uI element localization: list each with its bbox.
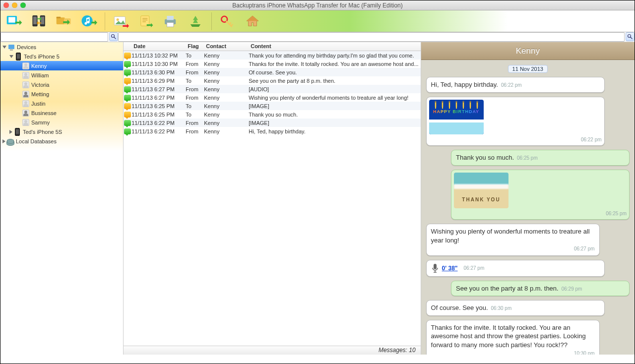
print-button[interactable] bbox=[161, 12, 181, 30]
chat-bubble-in[interactable]: 0' 38"06:27 pm bbox=[426, 260, 605, 277]
tree-label: Local Databases bbox=[16, 138, 57, 144]
message-icon bbox=[124, 103, 131, 109]
cell-flag: From bbox=[186, 69, 204, 75]
image-attachment[interactable]: HAPPY BIRTHDAY bbox=[429, 100, 484, 134]
cell-flag: From bbox=[186, 86, 204, 92]
cell-contact: Kenny bbox=[204, 86, 249, 92]
key-button[interactable] bbox=[218, 12, 238, 30]
svg-rect-15 bbox=[167, 22, 174, 27]
bubble-timestamp: 06:27 pm bbox=[464, 265, 485, 272]
sidebar-contact-william[interactable]: William bbox=[0, 70, 123, 80]
cell-date: 11/11/13 6:29 PM bbox=[131, 78, 186, 84]
cell-date: 11/11/13 10:30 PM bbox=[131, 61, 186, 67]
cell-content: [IMAGE] bbox=[249, 103, 420, 109]
svg-rect-19 bbox=[8, 45, 14, 49]
home-button[interactable] bbox=[243, 12, 262, 30]
audio-link[interactable]: 0' 38" bbox=[442, 264, 458, 272]
cell-flag: From bbox=[186, 61, 204, 67]
chat-body[interactable]: 11 Nov 2013 Hi, Ted, happy birthday.06:2… bbox=[421, 60, 635, 355]
message-table-header: Date Flag Contact Content bbox=[124, 42, 420, 51]
device-transfer-button[interactable] bbox=[4, 12, 24, 30]
tree-label: Ted's iPhone 5S bbox=[23, 129, 62, 135]
tree-label: Devices bbox=[17, 44, 36, 50]
messages-search-input[interactable] bbox=[118, 32, 625, 42]
folder-transfer-button[interactable] bbox=[54, 12, 74, 30]
svg-rect-7 bbox=[57, 16, 61, 18]
messages-search-button[interactable] bbox=[626, 32, 635, 41]
cell-contact: Kenny bbox=[204, 103, 249, 109]
chat-bubble-in[interactable]: Thanks for the invite. It totally rocked… bbox=[426, 320, 600, 355]
sidebar-search-button[interactable] bbox=[109, 32, 118, 41]
tree-device-2[interactable]: Ted's iPhone 5S bbox=[0, 127, 123, 136]
table-row[interactable]: 11/11/13 6:30 PMFromKennyOf course. See … bbox=[124, 68, 420, 76]
message-icon bbox=[124, 86, 131, 92]
table-row[interactable]: 11/11/13 6:22 PMFromKennyHi, Ted, happy … bbox=[124, 127, 420, 135]
disclosure-icon[interactable] bbox=[9, 55, 13, 58]
disclosure-icon[interactable] bbox=[2, 139, 5, 143]
sidebar-search-input[interactable] bbox=[0, 32, 108, 42]
col-content[interactable]: Content bbox=[249, 42, 420, 51]
phone-icon bbox=[15, 53, 22, 60]
phone-icon bbox=[14, 128, 21, 135]
phone-sync-button[interactable] bbox=[29, 12, 49, 30]
person-icon bbox=[22, 62, 29, 69]
message-table-panel: Date Flag Contact Content 11/11/13 10:32… bbox=[124, 42, 421, 355]
chat-bubble-in[interactable]: HAPPY BIRTHDAY06:22 pm bbox=[426, 97, 605, 146]
tree-local-db[interactable]: Local Databases bbox=[0, 136, 123, 146]
sidebar-contact-victoria[interactable]: Victoria bbox=[0, 80, 123, 89]
bubble-timestamp: 06:27 pm bbox=[431, 245, 595, 252]
disclosure-icon[interactable] bbox=[2, 46, 6, 49]
svg-rect-6 bbox=[57, 17, 65, 24]
col-date[interactable]: Date bbox=[124, 42, 186, 51]
cell-contact: Kenny bbox=[204, 95, 249, 101]
person-icon bbox=[22, 119, 29, 126]
sidebar-contact-businesse[interactable]: Businesse bbox=[0, 108, 123, 118]
sidebar-contact-metting[interactable]: Metting bbox=[0, 89, 123, 99]
cell-content: Of course. See you. bbox=[249, 69, 420, 75]
disclosure-icon[interactable] bbox=[9, 130, 12, 134]
chat-bubble-out[interactable]: THANK YOU06:25 pm bbox=[451, 170, 630, 220]
image-attachment[interactable]: THANK YOU bbox=[454, 173, 508, 208]
bubble-text: See you on the party at 8 p.m. then. bbox=[456, 285, 559, 292]
col-contact[interactable]: Contact bbox=[204, 42, 249, 51]
cell-flag: To bbox=[186, 103, 204, 109]
table-row[interactable]: 11/11/13 6:27 PMFromKenny[AUDIO] bbox=[124, 85, 420, 93]
contact-label: Justin bbox=[31, 101, 46, 107]
chat-bubble-out[interactable]: See you on the party at 8 p.m. then.06:2… bbox=[451, 281, 630, 297]
chat-bubble-out[interactable]: Thank you so much.06:25 pm bbox=[451, 150, 630, 166]
chat-bubble-in[interactable]: Of course. See you.06:30 pm bbox=[426, 300, 605, 316]
music-transfer-button[interactable] bbox=[79, 12, 99, 30]
contact-label: Kenny bbox=[31, 63, 47, 69]
message-table-body[interactable]: 11/11/13 10:32 PMToKennyThank you for at… bbox=[124, 51, 420, 346]
tree-device-1[interactable]: Ted's iPhone 5 bbox=[0, 52, 123, 61]
person-icon bbox=[22, 72, 29, 79]
tree-root-devices[interactable]: Devices bbox=[0, 42, 123, 52]
table-row[interactable]: 11/11/13 6:25 PMToKennyThank you so much… bbox=[124, 110, 420, 119]
table-row[interactable]: 11/11/13 6:29 PMToKennySee you on the pa… bbox=[124, 76, 420, 85]
cell-flag: From bbox=[186, 128, 204, 134]
photo-export-button[interactable] bbox=[111, 12, 131, 30]
sidebar-contact-kenny[interactable]: Kenny bbox=[0, 61, 123, 70]
cell-content: Thanks for the invite. It totally rocked… bbox=[249, 61, 420, 67]
cell-contact: Kenny bbox=[204, 78, 249, 84]
table-row[interactable]: 11/11/13 6:22 PMFromKenny[IMAGE] bbox=[124, 119, 420, 127]
svg-point-18 bbox=[628, 35, 631, 38]
col-flag[interactable]: Flag bbox=[186, 42, 204, 51]
note-export-button[interactable] bbox=[136, 12, 156, 30]
chat-bubble-in[interactable]: Hi, Ted, happy birthday.06:22 pm bbox=[426, 77, 605, 93]
recycle-button[interactable] bbox=[186, 12, 205, 30]
table-row[interactable]: 11/11/13 10:32 PMToKennyThank you for at… bbox=[124, 51, 420, 60]
bubble-text: Of course. See you. bbox=[431, 304, 488, 311]
sidebar[interactable]: Devices Ted's iPhone 5 KennyWilliamVicto… bbox=[0, 42, 124, 355]
chat-bubble-in[interactable]: Wishing you plenty of wonderful moments … bbox=[426, 224, 600, 256]
table-row[interactable]: 11/11/13 6:25 PMToKenny[IMAGE] bbox=[124, 102, 420, 110]
cell-date: 11/11/13 6:27 PM bbox=[131, 86, 186, 92]
tree-label: Ted's iPhone 5 bbox=[24, 54, 60, 60]
sidebar-contact-sammy[interactable]: Sammy bbox=[0, 118, 123, 127]
table-row[interactable]: 11/11/13 10:30 PMFromKennyThanks for the… bbox=[124, 60, 420, 68]
cell-content: Thank you for attending my birthday part… bbox=[249, 53, 420, 59]
sidebar-contact-justin[interactable]: Justin bbox=[0, 99, 123, 108]
bubble-timestamp: 06:25 pm bbox=[517, 155, 538, 161]
table-row[interactable]: 11/11/13 6:27 PMFromKennyWishing you ple… bbox=[124, 93, 420, 102]
cell-flag: To bbox=[186, 53, 204, 59]
